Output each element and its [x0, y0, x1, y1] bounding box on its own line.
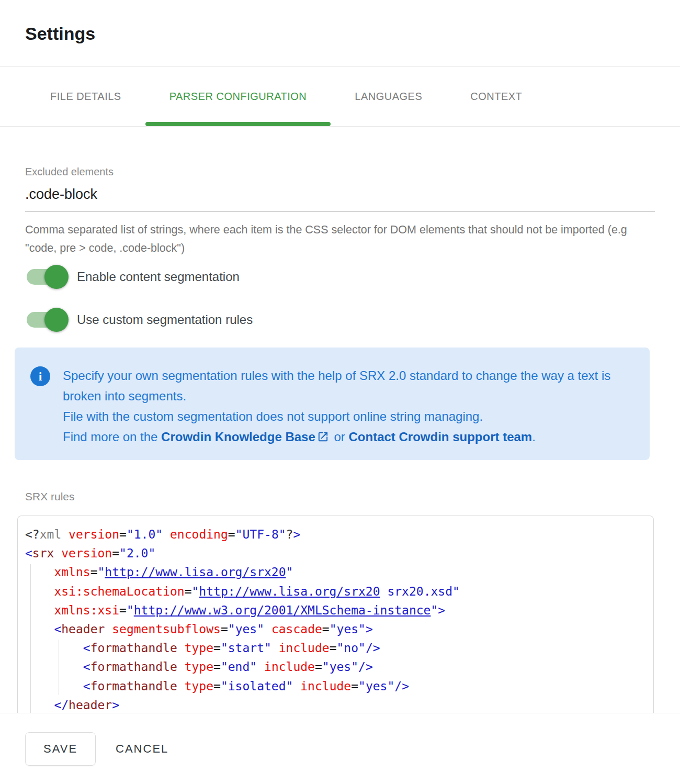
tab-file-details[interactable]: FILE DETAILS	[26, 67, 145, 126]
srx-rules-label: SRX rules	[25, 490, 655, 503]
toggle-label: Enable content segmentation	[77, 270, 240, 284]
segmentation-info-box: i Specify your own segmentation rules wi…	[15, 348, 650, 460]
srx-rules-editor[interactable]: <?xml version="1.0" encoding="UTF-8"?><s…	[18, 516, 653, 713]
info-link[interactable]: Crowdin Knowledge Base	[161, 430, 315, 444]
toggle-row-content-segmentation: Enable content segmentation	[25, 265, 655, 289]
info-text: Specify your own segmentation rules with…	[63, 365, 618, 447]
info-line-1: Specify your own segmentation rules with…	[63, 365, 618, 406]
tab-languages[interactable]: LANGUAGES	[331, 67, 446, 126]
custom-segmentation-rules-toggle[interactable]	[27, 312, 66, 328]
excluded-elements-input[interactable]: .code-block	[25, 183, 655, 212]
srx-rules-editor-box: <?xml version="1.0" encoding="UTF-8"?><s…	[17, 516, 654, 713]
excluded-elements-label: Excluded elements	[25, 165, 655, 178]
tab-bar: FILE DETAILS PARSER CONFIGURATION LANGUA…	[0, 67, 680, 127]
toggle-knob	[44, 308, 69, 332]
toggle-knob	[44, 265, 69, 289]
info-line-2: File with the custom segmentation does n…	[63, 406, 618, 427]
content-segmentation-toggle[interactable]	[27, 269, 66, 285]
page-title: Settings	[25, 22, 655, 45]
indent-guide	[30, 564, 31, 713]
tab-parser-configuration[interactable]: PARSER CONFIGURATION	[145, 67, 331, 126]
cancel-button[interactable]: CANCEL	[115, 732, 169, 766]
indent-guide	[59, 640, 59, 695]
excluded-elements-help: Comma separated list of strings, where e…	[25, 221, 632, 257]
page-header: Settings	[0, 0, 680, 67]
info-line-links: Find more on the Crowdin Knowledge Base …	[63, 427, 618, 447]
toggle-label: Use custom segmentation rules	[77, 312, 253, 327]
save-button[interactable]: SAVE	[25, 732, 96, 766]
parser-configuration-panel: Excluded elements .code-block Comma sepa…	[0, 165, 680, 713]
settings-page: Settings FILE DETAILS PARSER CONFIGURATI…	[0, 0, 680, 784]
toggle-row-custom-segmentation-rules: Use custom segmentation rules	[25, 308, 655, 332]
tab-context[interactable]: CONTEXT	[446, 67, 546, 126]
external-link-icon	[317, 431, 329, 443]
info-icon: i	[30, 366, 50, 386]
footer-actions: SAVE CANCEL	[0, 713, 680, 784]
info-link[interactable]: Contact Crowdin support team	[349, 430, 532, 444]
